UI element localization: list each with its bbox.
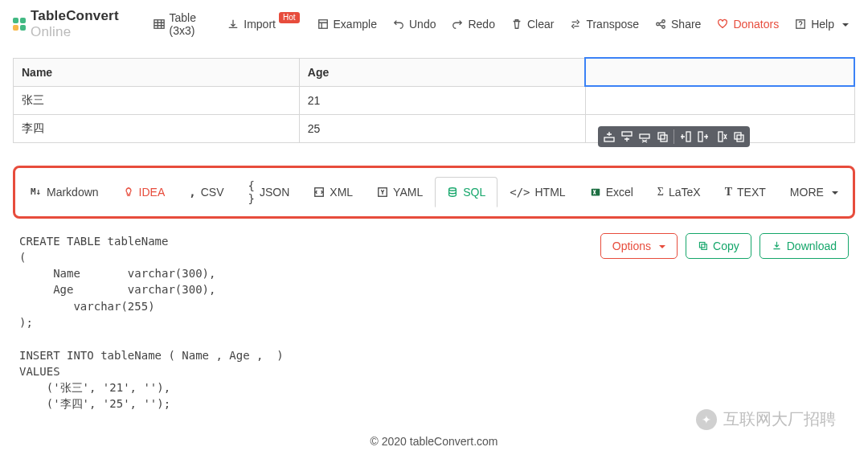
bulb-icon	[123, 187, 134, 198]
trash-icon	[511, 18, 522, 30]
watermark: ✦ 互联网大厂招聘	[696, 408, 836, 430]
cell-toolbar	[598, 126, 750, 147]
logo-icon	[13, 18, 26, 31]
nav-undo-label: Undo	[409, 18, 436, 31]
svg-rect-19	[591, 188, 600, 195]
nav-share[interactable]: Share	[649, 13, 707, 35]
copy-icon	[698, 240, 708, 251]
add-col-right-icon[interactable]	[697, 130, 710, 143]
cell[interactable]: 张三	[14, 86, 300, 114]
svg-point-3	[662, 20, 665, 23]
delete-row-icon[interactable]	[638, 130, 651, 143]
nav-transpose[interactable]: Transpose	[563, 13, 645, 35]
yaml-icon	[377, 187, 388, 198]
svg-rect-10	[661, 135, 667, 141]
svg-point-18	[449, 187, 457, 191]
tab-json[interactable]: { }JSON	[236, 170, 302, 214]
copy-row-icon[interactable]	[656, 130, 669, 143]
cell[interactable]: 21	[299, 86, 585, 114]
database-icon	[447, 187, 458, 198]
tab-idea[interactable]: IDEA	[111, 177, 178, 207]
sigma-icon: Σ	[657, 186, 664, 199]
hot-badge: Hot	[279, 12, 300, 23]
wechat-icon: ✦	[696, 409, 717, 430]
svg-rect-6	[604, 137, 614, 141]
table-row: 张三 21	[14, 86, 855, 114]
nav-help[interactable]: Help	[788, 13, 855, 35]
output-area: CREATE TABLE tableName ( Name varchar(30…	[13, 219, 855, 420]
xml-icon	[313, 187, 325, 198]
svg-rect-12	[698, 132, 702, 141]
csv-icon: ,	[189, 186, 195, 199]
nav-import[interactable]: Import Hot	[221, 13, 307, 35]
brand-name: TableConvert Online	[31, 8, 136, 40]
download-button[interactable]: Download	[760, 233, 849, 259]
svg-point-4	[662, 26, 665, 29]
tab-sql[interactable]: SQL	[435, 177, 497, 207]
nav-donators-label: Donators	[733, 18, 779, 31]
share-icon	[655, 18, 666, 30]
html-icon: </>	[510, 186, 530, 199]
nav-table-label: Table (3x3)	[170, 11, 212, 37]
col-header[interactable]: Name	[14, 58, 300, 86]
nav-donators[interactable]: Donators	[710, 13, 785, 35]
tab-markdown[interactable]: M↓Markdown	[18, 177, 111, 207]
chevron-down-icon	[656, 240, 665, 252]
tab-yaml[interactable]: YAML	[365, 177, 435, 207]
options-button[interactable]: Options	[600, 233, 678, 259]
heart-icon	[717, 18, 728, 30]
tab-csv[interactable]: ,CSV	[177, 177, 235, 207]
excel-icon	[590, 187, 601, 198]
nav-import-label: Import	[244, 18, 276, 31]
svg-rect-0	[154, 20, 163, 29]
brand[interactable]: TableConvert Online	[13, 8, 136, 40]
svg-rect-21	[702, 244, 707, 250]
nav-clear[interactable]: Clear	[505, 13, 560, 35]
svg-rect-9	[658, 133, 665, 139]
example-icon	[317, 18, 329, 30]
import-icon	[227, 18, 239, 30]
tab-excel[interactable]: Excel	[578, 177, 645, 207]
nav-help-label: Help	[811, 18, 834, 31]
cell[interactable]: 李四	[14, 114, 300, 142]
svg-rect-11	[686, 132, 690, 141]
copy-col-icon[interactable]	[732, 130, 745, 143]
add-row-above-icon[interactable]	[603, 130, 616, 143]
nav-example[interactable]: Example	[311, 13, 383, 35]
tab-xml[interactable]: XML	[301, 177, 365, 207]
tab-more[interactable]: MORE	[778, 177, 850, 207]
tab-text[interactable]: TTEXT	[713, 177, 778, 207]
code-output[interactable]: CREATE TABLE tableName ( Name varchar(30…	[19, 233, 600, 412]
svg-rect-20	[699, 242, 705, 248]
tab-latex[interactable]: ΣLaTeX	[645, 177, 713, 207]
transpose-icon	[570, 18, 581, 30]
delete-col-icon[interactable]	[714, 130, 727, 143]
copy-button[interactable]: Copy	[686, 233, 751, 259]
download-icon	[772, 240, 782, 251]
topbar: TableConvert Online Table (3x3) Import H…	[0, 0, 868, 49]
svg-rect-1	[318, 20, 327, 29]
cell[interactable]: 25	[299, 114, 585, 142]
help-icon	[795, 18, 806, 30]
nav-redo-label: Redo	[468, 18, 494, 31]
col-header-selected[interactable]	[585, 58, 854, 86]
add-col-left-icon[interactable]	[679, 130, 692, 143]
nav-redo[interactable]: Redo	[445, 13, 501, 35]
watermark-text: 互联网大厂招聘	[723, 408, 836, 430]
json-icon: { }	[248, 179, 255, 205]
redo-icon	[452, 18, 463, 30]
text-icon: T	[725, 186, 732, 199]
cell[interactable]	[585, 86, 854, 114]
add-row-below-icon[interactable]	[620, 130, 633, 143]
svg-rect-8	[640, 134, 649, 138]
tab-html[interactable]: </>HTML	[497, 177, 577, 207]
nav-table[interactable]: Table (3x3)	[147, 6, 219, 42]
nav-clear-label: Clear	[527, 18, 554, 31]
toolbar-separator	[674, 129, 674, 144]
table-icon	[154, 18, 165, 30]
chevron-down-icon	[839, 18, 849, 31]
svg-point-2	[657, 23, 660, 26]
nav-undo[interactable]: Undo	[387, 13, 442, 35]
svg-rect-13	[719, 132, 723, 141]
col-header[interactable]: Age	[299, 58, 585, 86]
